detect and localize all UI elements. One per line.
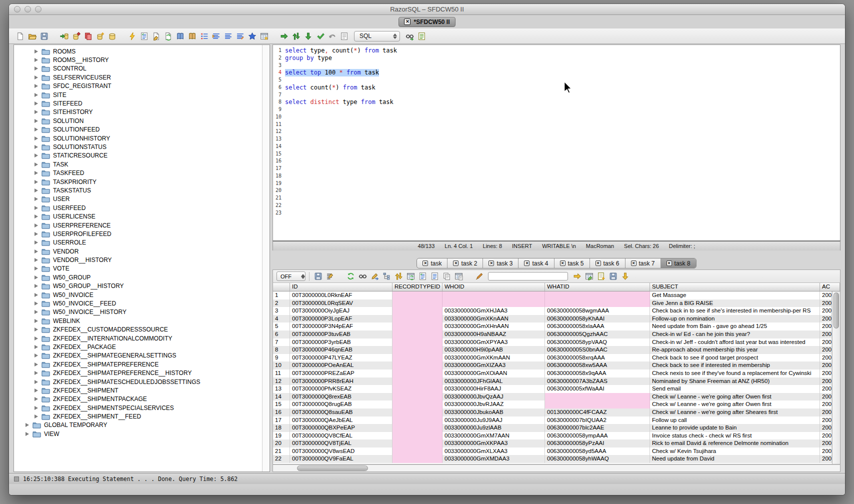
table-row[interactable]: 1300T3000000PfvKSEAZ0033000000HirF8AAJ00… [273,385,832,393]
cell-whatid[interactable]: 00630000005S0bnAAC [545,346,650,354]
page-recycle-icon[interactable] [163,31,174,42]
tree-scrollbar[interactable] [262,45,270,472]
cell-whatid[interactable]: 006300000058xlaAAA [545,322,650,330]
results-tab-task-6[interactable]: ✕task 6 [590,258,626,268]
cell-whoid[interactable]: 0033000000GmXLXAA3 [442,448,545,456]
row-number[interactable]: 19 [273,432,290,440]
cell-subject[interactable]: Follow-up on nomination [650,315,820,323]
close-tab-icon[interactable]: ✕ [596,260,601,266]
cell-ac[interactable]: 200 [820,416,832,424]
editor-line[interactable]: 15 [273,150,840,158]
cell-whatid[interactable]: 00630000007bIQUAA2 [545,416,650,424]
arrow-down-icon[interactable] [303,31,314,42]
cell-recordtypeid[interactable] [392,338,442,346]
results-filter-select[interactable]: OFF [276,272,306,281]
cell-subject[interactable]: Check w/ Leanne - we're going after Owen… [650,393,820,401]
row-number[interactable]: 9 [273,354,290,362]
row-number[interactable]: 11 [273,370,290,378]
cell-id[interactable]: 00T3000000P3tuvEAB [290,330,392,338]
checklist-icon[interactable] [418,272,428,282]
cell-subject[interactable]: Invoice status check - check w/ RS first [650,432,820,440]
tree-item-userfeed[interactable]: USERFEED [14,204,262,212]
cell-subject[interactable]: Check back in to see if she's interested… [650,307,820,315]
cell-ac[interactable]: 200 [820,338,832,346]
cell-id[interactable]: 00T3000000L0RknEAF [290,292,392,300]
table-row[interactable]: 2000T3000000QV8TjEAL0033000000GmXKPAA300… [273,440,832,448]
checklist-icon[interactable] [139,31,150,42]
editor-line[interactable]: 20 [273,187,840,194]
cell-id[interactable]: 00T3000000POeAnEAL [290,362,392,370]
row-number[interactable]: 18 [273,424,290,432]
editor-line[interactable]: 23 [273,210,840,217]
cell-ac[interactable]: 200 [820,400,832,408]
cell-subject[interactable]: Check w/ Leanne - we're going after Owen… [650,400,820,408]
cell-recordtypeid[interactable] [392,408,442,416]
editor-line[interactable]: 11 [273,121,840,128]
arrow-right-gold-icon[interactable] [572,272,582,282]
editor-line[interactable]: 7 [273,92,840,99]
cell-ac[interactable]: 200 [820,354,832,362]
cell-id[interactable]: 00T3000000QV8TjEAL [290,440,392,448]
table-row[interactable]: 200T3000000L0RqSEAVGive Jenn a BIG RAISE… [273,300,832,308]
cell-subject[interactable]: Give Jenn a BIG RAISE [650,300,820,308]
editor-line[interactable]: 12 [273,128,840,136]
db-delete-icon[interactable] [71,31,82,42]
cell-id[interactable]: 00T3000000QV9FaEAL [290,455,392,463]
row-number[interactable]: 14 [273,393,290,401]
cell-whoid[interactable]: 0033000000JbukoAAB [442,408,545,416]
cell-subject[interactable]: Nominated by Shane Freeman at ANZ (HR50) [650,378,820,386]
table-row[interactable]: 100T3000000L0RknEAFGet Massage200 [273,292,832,300]
cell-ac[interactable]: 200 [820,346,832,354]
row-number[interactable]: 1 [273,292,290,300]
connect-icon[interactable] [59,31,70,42]
row-number[interactable]: 13 [273,385,290,393]
results-tab-task[interactable]: ✕task [417,258,448,268]
tree-item-zkfedex-package[interactable]: ZKFEDEX__PACKAGE [14,342,262,351]
tree-item-solutionfeed[interactable]: SOLUTIONFEED [14,126,262,134]
tree-item-site[interactable]: SITE [14,90,262,99]
cell-whatid[interactable] [545,400,650,408]
cell-recordtypeid[interactable] [392,354,442,362]
arrow-down-gold-icon[interactable] [620,272,630,282]
results-tab-task-5[interactable]: ✕task 5 [554,258,590,268]
table-row[interactable]: 1100T3000000PREZaEAP0033000000GmXOiAAN00… [273,370,832,378]
tree-item-zkfedex-shipment-feed[interactable]: ZKFEDEX__SHIPMENT__FEED [14,412,262,420]
table-star-icon[interactable] [259,31,270,42]
column-header-id[interactable]: ID [290,283,392,291]
cell-whoid[interactable]: 0033000000GmXOiAAN [442,370,545,378]
tree-item-zkfedex-customaddresssource[interactable]: ZKFEDEX__CUSTOMADDRESSSOURCE [14,326,262,334]
note-add-icon[interactable] [596,272,606,282]
disclosure-triangle-icon[interactable] [34,145,38,149]
cell-whoid[interactable]: 0033000000GmXIZAA3 [442,362,545,370]
cell-whoid[interactable]: 0033000000Ju9zlAAB [442,424,545,432]
cell-ac[interactable]: 200 [820,292,832,300]
table-row[interactable]: 800T3000000P46qnEAB0033000000H9i0pAAB006… [273,346,832,354]
cell-whatid[interactable]: 0013000000C4fFCAAZ [545,408,650,416]
tree-item-userlicense[interactable]: USERLICENSE [14,212,262,220]
cell-whoid[interactable]: 0033000000GmXKmAAN [442,354,545,362]
disclosure-triangle-icon[interactable] [34,197,38,201]
column-header-ac[interactable]: AC [820,283,840,291]
row-number[interactable]: 12 [273,378,290,386]
table-row[interactable]: 600T3000000P3tuvEAB0033000000H9aNBAAZ006… [273,330,832,338]
results-horizontal-scrollbar[interactable] [272,464,840,472]
cell-whatid[interactable]: 006300000058yhWAAQ [545,455,650,463]
column-header-recordtypeid[interactable]: RECORDTYPEID [392,283,442,291]
cell-whatid[interactable]: 006300000058x9qAAA [545,370,650,378]
table-refresh-icon[interactable] [406,272,416,282]
tree-item-solutionstatus[interactable]: SOLUTIONSTATUS [14,142,262,151]
cell-ac[interactable]: 200 [820,362,832,370]
cell-id[interactable]: 00T3000000PfvKSEAZ [290,385,392,393]
cell-id[interactable]: 00T3000000Q8rexEAB [290,393,392,401]
cell-subject[interactable]: Check back to see if interested in membe… [650,362,820,370]
cell-whoid[interactable]: 0033000000GmXKnAAN [442,315,545,323]
disclosure-triangle-icon[interactable] [34,58,38,62]
table-row[interactable]: 1800T3000000QBXPeEAP0033000000Ju9zlAAB00… [273,424,832,432]
cell-ac[interactable]: 200 [820,385,832,393]
cell-id[interactable]: 00T3000000PRR8rEAH [290,378,392,386]
tree-item-w50-group-history[interactable]: W50_GROUP__HISTORY [14,282,262,290]
close-document-icon[interactable]: ✕ [404,18,410,25]
cell-recordtypeid[interactable] [392,292,442,300]
arrow-right-icon[interactable] [279,31,290,42]
open-folder-icon[interactable] [27,31,38,42]
